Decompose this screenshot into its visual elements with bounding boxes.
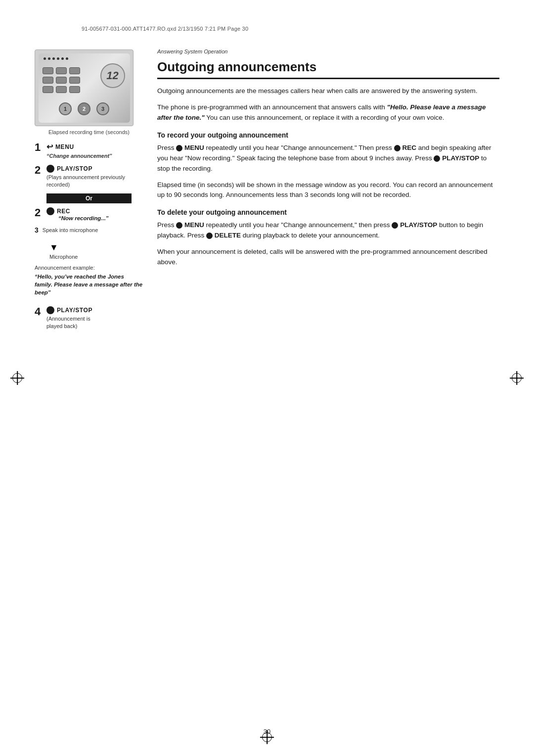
step1-number: 1 xyxy=(35,142,44,153)
play-stop-circle-icon xyxy=(434,155,440,162)
elapsed-caption: Elapsed recording time (seconds) xyxy=(35,129,143,135)
page-number: 30 xyxy=(264,728,270,735)
record-para1: Press MENU repeatedly until you hear "Ch… xyxy=(157,143,499,174)
step4-caption: (Announcement is played back) xyxy=(46,315,92,330)
announce-text: “Hello, you’ve reached the Jones family.… xyxy=(35,273,143,296)
delete-para1: Press MENU repeatedly until you hear "Ch… xyxy=(157,220,499,241)
step2b-btn-label: REC xyxy=(57,208,70,215)
menu-circle-icon-2 xyxy=(176,222,182,229)
mic-section: ▼ Microphone xyxy=(49,243,143,260)
step2a: 2 PLAY/STOP (Plays announcement previous… xyxy=(35,165,143,189)
file-info: 91-005677-031-000.ATT1477.RO.qxd 2/13/19… xyxy=(82,26,248,32)
step2b-caption: “Now recording...” xyxy=(58,215,109,221)
step2a-number: 2 xyxy=(35,165,44,176)
step4-btn-label: PLAY/STOP xyxy=(57,307,92,314)
play-stop-circle-icon-2 xyxy=(392,222,398,229)
mic-label: Microphone xyxy=(49,254,78,260)
step3-number: 3 xyxy=(35,226,39,234)
record-para2: Elapsed time (in seconds) will be shown … xyxy=(157,180,499,201)
page-title: Outgoing announcements xyxy=(157,59,499,79)
step2a-caption: (Plays announcement previously recorded) xyxy=(46,174,143,189)
step1-caption: “Change announcement” xyxy=(46,152,112,160)
rec-icon xyxy=(46,207,54,215)
step3-caption: Speak into microphone xyxy=(43,227,98,233)
subsection1-title: To record your outgoing announcement xyxy=(157,131,499,139)
announce-example: Announcement example: “Hello, you’ve rea… xyxy=(35,265,143,296)
subsection2-title: To delete your outgoing announcement xyxy=(157,208,499,216)
menu-arrow-icon: ↩ xyxy=(46,142,53,151)
play-stop-icon-2 xyxy=(46,306,54,314)
announce-example-label: Announcement example: xyxy=(35,265,143,271)
step2b-number: 2 xyxy=(35,207,44,218)
rec-circle-icon xyxy=(394,145,400,151)
device-image: 12 1 xyxy=(35,49,134,126)
delete-para2: When your announcement is deleted, calls… xyxy=(157,247,499,268)
page-wrapper: 91-005677-031-000.ATT1477.RO.qxd 2/13/19… xyxy=(0,0,534,756)
intro-para2: The phone is pre-programmed with an anno… xyxy=(157,102,499,123)
play-stop-icon xyxy=(46,165,54,173)
reg-left-mark xyxy=(12,373,22,383)
right-column: Answering System Operation Outgoing anno… xyxy=(157,45,499,716)
step4-number: 4 xyxy=(35,306,44,317)
intro-para1: Outgoing announcements are the messages … xyxy=(157,86,499,96)
step3: 3 Speak into microphone xyxy=(35,226,143,234)
reg-right-mark xyxy=(512,373,522,383)
microphone-icon: ▼ xyxy=(49,243,58,252)
step2a-btn-label: PLAY/STOP xyxy=(57,165,92,172)
delete-circle-icon xyxy=(206,233,213,239)
content-area: 12 1 xyxy=(35,45,499,716)
step2b: 2 REC “Now recording...” xyxy=(35,207,143,221)
step4: 4 PLAY/STOP (Announcement is played back… xyxy=(35,306,143,330)
section-label: Answering System Operation xyxy=(157,48,499,54)
step1: 1 ↩ MENU “Change announcement” xyxy=(35,142,143,160)
menu-circle-icon xyxy=(176,145,182,151)
left-column: 12 1 xyxy=(35,45,143,716)
or-divider: Or xyxy=(46,193,132,203)
down-arrow-icon: ▼ xyxy=(49,243,58,252)
step1-btn-label: MENU xyxy=(55,143,74,150)
